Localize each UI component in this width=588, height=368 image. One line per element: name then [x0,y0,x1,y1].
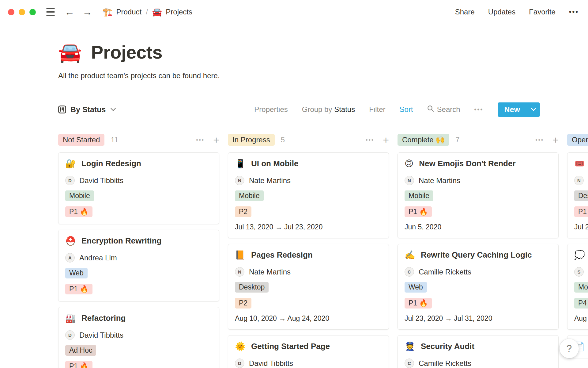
toolbar-more-icon[interactable]: ••• [474,106,484,113]
card-assignee: NN [574,176,588,185]
card-title-text: Login Redesign [81,159,141,168]
help-button[interactable]: ? [560,339,579,358]
avatar: N [574,176,584,185]
board-view-icon [58,105,66,113]
column-count: 11 [111,136,118,144]
card-title-row: 💭C [574,250,588,260]
project-card[interactable]: 🔐Login RedesignDDavid TibbittsMobileP1 🔥 [58,152,219,224]
card-tag-row: Mobile [574,282,588,293]
project-card[interactable]: 💭CSSMobileP4Aug 3 [567,244,588,330]
new-dropdown-button[interactable] [527,102,540,117]
card-tag: Mobile [574,282,588,293]
search-icon [427,105,434,114]
forward-button[interactable]: → [82,7,92,17]
close-window-button[interactable] [8,9,14,15]
card-emoji-icon: 🙃 [405,159,413,168]
board-column: Not Started11•••+🔐Login RedesignDDavid T… [58,132,219,368]
page-icon-car[interactable]: 🚘 [58,43,82,62]
car-icon: 🚘 [152,7,162,17]
project-card[interactable]: 🌞Getting Started PageDDavid Tibbitts [228,335,389,368]
search-button[interactable]: Search [427,105,460,114]
more-options-icon[interactable]: ••• [569,8,579,16]
card-tag: Desktop [235,282,269,293]
column-actions: •••+ [196,135,219,145]
properties-button[interactable]: Properties [254,105,288,114]
filter-button[interactable]: Filter [369,105,385,114]
favorite-button[interactable]: Favorite [529,8,556,16]
card-emoji-icon: 📱 [235,159,246,168]
breadcrumb-item-product[interactable]: 🏗️ Product [103,7,141,17]
crane-icon: 🏗️ [103,7,112,17]
avatar: D [65,330,75,340]
avatar: S [574,267,584,277]
group-by-value: Status [334,105,355,113]
view-switcher-label: By Status [70,105,106,114]
card-assignee: NNate Martins [235,176,382,185]
project-card[interactable]: 🏭RefactoringDDavid TibbittsAd HocP1 🔥 [58,307,219,368]
card-date: Aug 3 [574,314,588,323]
column-more-icon[interactable]: ••• [535,137,544,143]
card-emoji-icon: 👮 [405,342,415,351]
card-title-text: Refactoring [81,313,126,323]
card-tag: Web [65,268,88,278]
assignee-name: Andrea Lim [79,254,117,262]
page-title: Projects [91,42,162,63]
breadcrumb: 🏗️ Product / 🚘 Projects [103,7,192,17]
column-cards: 🙃New Emojis Don't RenderNNate MartinsMob… [398,152,559,368]
card-assignee: DDavid Tibbitts [235,358,382,368]
card-tag: P1 🔥 [405,206,432,217]
card-title-row: 👮Security Audit [405,342,552,351]
column-more-icon[interactable]: ••• [366,137,374,143]
new-button[interactable]: New [498,102,527,117]
share-button[interactable]: Share [455,8,475,16]
column-add-icon[interactable]: + [552,135,559,145]
card-tag-row: P1 🔥 [574,206,588,217]
card-title-row: 🌞Getting Started Page [235,342,382,351]
card-emoji-icon: 🏭 [65,314,76,323]
avatar: N [405,176,414,185]
sidebar-toggle-icon[interactable] [46,8,55,16]
project-card[interactable]: 🎟️PNNDesktopP1 🔥Jul 2 [567,152,588,238]
card-emoji-icon: 🌞 [235,342,246,351]
sort-button[interactable]: Sort [400,105,413,114]
project-card[interactable]: 📙Pages RedesignNNate MartinsDesktopP2Aug… [228,244,389,330]
card-tag: Mobile [235,190,264,201]
project-card[interactable]: ✍️Rewrite Query Caching LogicCCamille Ri… [398,244,559,330]
card-tag-row: Mobile [235,190,382,201]
project-card[interactable]: 👮Security AuditCCamille Ricketts [398,335,559,368]
minimize-window-button[interactable] [19,9,25,15]
card-title-row: ✍️Rewrite Query Caching Logic [405,250,552,260]
card-assignee: DDavid Tibbitts [65,330,212,340]
project-card[interactable]: ⛑️Encryption RewritingAAndrea LimWebP1 🔥 [58,230,219,301]
card-tag: P1 🔥 [574,206,588,217]
back-button[interactable]: ← [65,7,74,17]
zoom-window-button[interactable] [29,9,36,15]
card-tag: P1 🔥 [405,298,432,309]
new-button-group: New [498,102,540,117]
group-by-button[interactable]: Group by Status [302,105,355,114]
column-cards: 🔐Login RedesignDDavid TibbittsMobileP1 🔥… [58,152,219,368]
page-header: 🚘 Projects All the product team's projec… [58,42,588,80]
card-tag: Desktop [574,190,588,201]
card-title-text: Pages Redesign [251,250,313,260]
project-card[interactable]: 📱UI on MobileNNate MartinsMobileP2Jul 13… [228,152,389,238]
column-add-icon[interactable]: + [213,135,219,145]
column-more-icon[interactable]: ••• [196,137,205,143]
project-card[interactable]: 🙃New Emojis Don't RenderNNate MartinsMob… [398,152,559,238]
card-date: Aug 10, 2020 → Aug 24, 2020 [235,314,382,323]
card-tag: P1 🔥 [65,284,92,294]
card-tag-row: Desktop [235,282,382,293]
view-switcher[interactable]: By Status [58,105,116,114]
assignee-name: David Tibbitts [79,331,123,339]
column-header: Not Started11•••+ [58,132,219,148]
card-emoji-icon: ✍️ [405,251,415,259]
card-tag-row: P1 🔥 [65,206,212,217]
card-tag-row: P1 🔥 [405,298,552,309]
card-title-row: 🎟️P [574,159,588,168]
column-add-icon[interactable]: + [383,135,389,145]
updates-button[interactable]: Updates [488,8,515,16]
assignee-name: Camille Ricketts [419,268,471,276]
column-cards: 🎟️PNNDesktopP1 🔥Jul 2💭CSSMobileP4Aug 3📄N [567,152,588,358]
breadcrumb-item-projects[interactable]: 🚘 Projects [152,7,192,17]
avatar: C [405,267,414,277]
